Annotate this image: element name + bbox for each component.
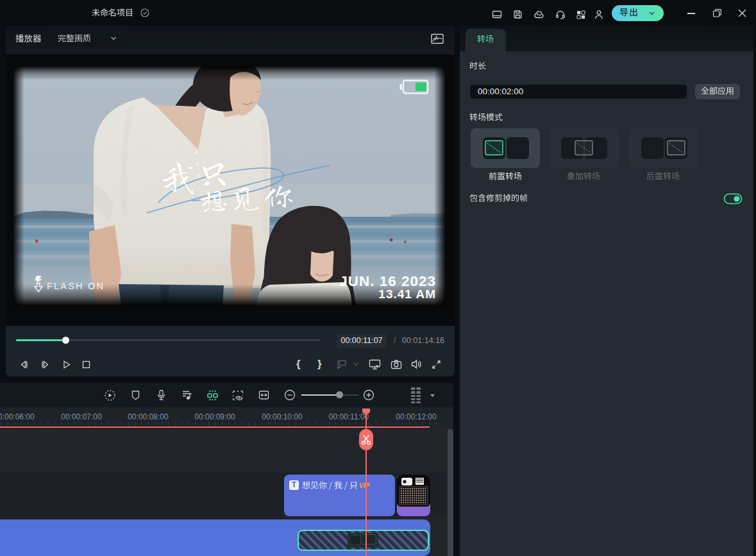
svg-text:FLASH ON: FLASH ON bbox=[47, 281, 105, 291]
svg-text:13.41 AM: 13.41 AM bbox=[378, 287, 436, 301]
